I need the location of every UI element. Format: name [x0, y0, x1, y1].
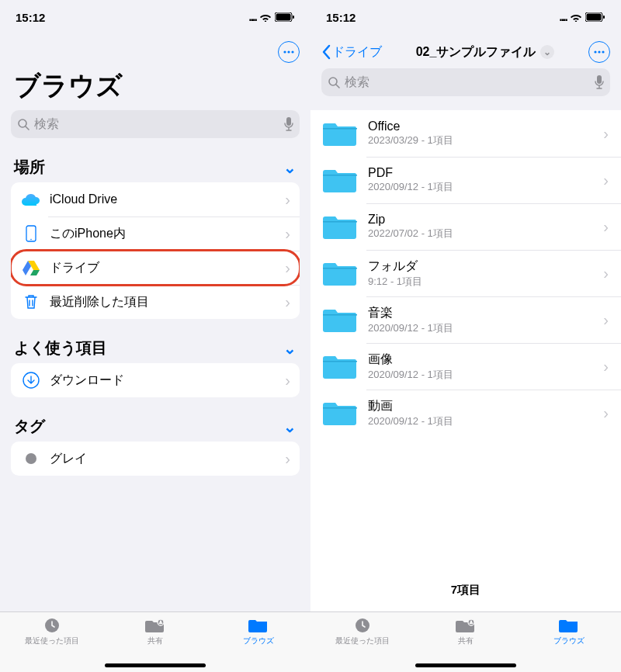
folder-row[interactable]: 動画 2020/09/12 - 1項目 › — [310, 390, 621, 436]
favorites-header-label: よく使う項目 — [14, 338, 107, 359]
tag-gray[interactable]: グレイ › — [11, 442, 300, 476]
locations-group: iCloud Drive › このiPhone内 › ドライブ › — [11, 182, 300, 319]
tab-label: 最近使った項目 — [335, 636, 390, 646]
status-time: 15:12 — [326, 11, 356, 24]
folder-icon — [323, 399, 357, 427]
search-input[interactable] — [345, 75, 590, 89]
folder-meta: 2020/09/12 - 1項目 — [368, 321, 603, 335]
chevron-down-icon: ⌄ — [283, 339, 297, 358]
mic-icon[interactable] — [284, 117, 293, 131]
chevron-right-icon: › — [603, 358, 609, 376]
svg-rect-1 — [276, 14, 291, 21]
folder-name: PDF — [368, 166, 603, 180]
favorites-group: ダウンロード › — [11, 363, 300, 397]
folder-icon — [248, 617, 269, 634]
search-bar[interactable] — [11, 110, 300, 138]
row-label: 最近削除した項目 — [50, 294, 285, 310]
chevron-right-icon: › — [285, 372, 290, 390]
chevron-left-icon — [321, 44, 331, 60]
folder-name: 画像 — [368, 352, 603, 368]
battery-icon — [275, 12, 295, 22]
tab-shared[interactable]: 共有 — [435, 617, 497, 646]
tags-header-label: タグ — [14, 416, 45, 437]
clock-icon — [42, 617, 62, 634]
folder-icon — [323, 120, 357, 147]
row-label: iCloud Drive — [50, 192, 285, 206]
tab-shared[interactable]: 共有 — [124, 617, 186, 646]
chevron-right-icon: › — [285, 225, 290, 243]
home-indicator[interactable] — [415, 663, 516, 667]
back-button[interactable]: ドライブ — [321, 44, 382, 61]
location-on-iphone[interactable]: このiPhone内 › — [11, 216, 300, 251]
folder-title-text: 02_サンプルファイル — [416, 44, 536, 61]
chevron-down-icon: ⌄ — [283, 417, 297, 436]
search-icon — [17, 118, 29, 130]
cellular-icon: .... — [559, 10, 567, 24]
folder-header: ドライブ 02_サンプルファイル ⌄ — [310, 34, 621, 68]
header-row — [0, 34, 310, 68]
chevron-right-icon: › — [285, 259, 290, 277]
svg-line-7 — [26, 126, 29, 130]
folder-meta: 2022/07/02 - 1項目 — [368, 227, 603, 241]
chevron-right-icon: › — [285, 191, 290, 209]
folder-row[interactable]: フォルダ 9:12 - 1項目 › — [310, 250, 621, 296]
svg-rect-28 — [323, 128, 357, 130]
svg-rect-20 — [587, 14, 602, 21]
folder-meta: 2020/09/12 - 1項目 — [368, 368, 603, 382]
home-indicator[interactable] — [105, 663, 206, 667]
row-label: ドライブ — [50, 260, 285, 276]
status-indicators: .... — [559, 10, 605, 24]
svg-rect-33 — [323, 361, 357, 362]
tags-header[interactable]: タグ ⌄ — [0, 405, 310, 442]
download-icon — [20, 369, 42, 391]
more-button[interactable] — [588, 41, 610, 63]
row-label: グレイ — [50, 451, 285, 467]
search-icon — [328, 76, 340, 88]
chevron-down-icon: ⌄ — [540, 45, 554, 59]
search-bar[interactable] — [321, 68, 610, 96]
svg-rect-27 — [597, 75, 602, 84]
row-label: ダウンロード — [50, 372, 285, 389]
row-label: このiPhone内 — [50, 226, 285, 242]
folder-icon — [323, 166, 357, 194]
locations-header-label: 場所 — [14, 157, 45, 178]
location-drive[interactable]: ドライブ › — [11, 251, 300, 285]
tab-browse[interactable]: ブラウズ — [227, 617, 290, 646]
location-recently-deleted[interactable]: 最近削除した項目 › — [11, 285, 300, 319]
folder-icon — [323, 213, 357, 241]
folder-row[interactable]: 音楽 2020/09/12 - 1項目 › — [310, 296, 621, 343]
phone-right: 15:12 .... ドライブ 02_サンプルファイル ⌄ — [310, 0, 621, 672]
tab-recents[interactable]: 最近使った項目 — [21, 617, 83, 646]
favorite-downloads[interactable]: ダウンロード › — [11, 363, 300, 397]
svg-rect-2 — [293, 16, 294, 19]
svg-point-10 — [30, 239, 32, 241]
tab-label: 最近使った項目 — [25, 636, 79, 646]
location-icloud-drive[interactable]: iCloud Drive › — [11, 182, 300, 216]
folder-meta: 2020/09/12 - 1項目 — [368, 414, 603, 428]
mic-icon[interactable] — [595, 75, 604, 89]
search-input[interactable] — [34, 117, 279, 131]
folder-row[interactable]: 画像 2020/09/12 - 1項目 › — [310, 343, 621, 390]
wifi-icon — [259, 12, 272, 22]
clock-icon — [352, 617, 373, 634]
chevron-right-icon: › — [603, 265, 609, 282]
folder-title[interactable]: 02_サンプルファイル ⌄ — [416, 44, 555, 61]
more-button[interactable] — [278, 41, 300, 63]
folder-row[interactable]: Office 2023/03/29 - 1項目 › — [310, 110, 621, 157]
folder-meta: 2023/03/29 - 1項目 — [368, 133, 603, 147]
tab-browse[interactable]: ブラウズ — [538, 617, 600, 646]
locations-header[interactable]: 場所 ⌄ — [0, 146, 310, 182]
tab-recents[interactable]: 最近使った項目 — [331, 617, 394, 646]
folder-icon — [323, 259, 357, 287]
folder-row[interactable]: Zip 2022/07/02 - 1項目 › — [310, 203, 621, 250]
svg-point-24 — [602, 50, 604, 53]
favorites-header[interactable]: よく使う項目 ⌄ — [0, 327, 310, 363]
tab-label: 共有 — [458, 636, 474, 646]
svg-rect-30 — [323, 221, 357, 223]
battery-icon — [585, 12, 605, 22]
status-bar: 15:12 .... — [0, 0, 310, 34]
folder-row[interactable]: PDF 2020/09/12 - 1項目 › — [310, 157, 621, 203]
folder-name: 音楽 — [368, 305, 603, 321]
icloud-icon — [20, 189, 42, 210]
phone-left: 15:12 .... ブラウズ 場所 ⌄ iCloud Drive — [0, 0, 310, 672]
